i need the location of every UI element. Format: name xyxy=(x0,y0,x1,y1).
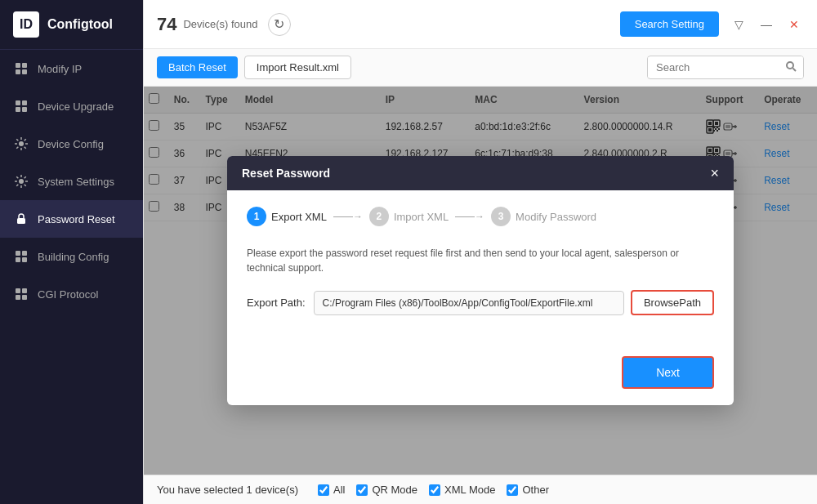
svg-rect-11 xyxy=(16,251,20,256)
toolbar: Batch Reset Import Result.xml xyxy=(144,49,817,87)
sidebar-logo: ID Configtool xyxy=(0,0,143,50)
modify-ip-icon xyxy=(13,60,29,77)
sidebar-item-device-config[interactable]: Device Config xyxy=(0,125,143,163)
steps-row: 1 Export XML ——→ 2 Import XML ——→ 3 xyxy=(247,207,714,226)
search-input[interactable] xyxy=(648,57,779,78)
main-content: 74 Device(s) found ↻ Search Setting ▽ — … xyxy=(143,0,817,504)
xml-mode-checkbox-label[interactable]: XML Mode xyxy=(429,484,495,496)
svg-rect-6 xyxy=(16,107,20,112)
other-checkbox-label[interactable]: Other xyxy=(507,484,549,496)
next-button[interactable]: Next xyxy=(622,356,714,389)
svg-rect-15 xyxy=(16,288,20,293)
step-2: 2 Import XML xyxy=(369,207,449,226)
svg-rect-0 xyxy=(16,63,20,68)
sidebar-item-password-reset[interactable]: Password Reset xyxy=(0,200,143,238)
window-controls: ▽ — ✕ xyxy=(729,15,804,34)
step-1: 1 Export XML xyxy=(247,207,327,226)
modal-title: Reset Password xyxy=(242,167,330,180)
password-reset-icon xyxy=(13,211,29,227)
device-upgrade-icon xyxy=(13,98,29,114)
step-arrow-1: ——→ xyxy=(333,211,363,222)
cgi-protocol-icon xyxy=(13,286,29,302)
sidebar-item-building-config[interactable]: Building Config xyxy=(0,238,143,275)
sidebar: ID Configtool Modify IP Device Upgrade D… xyxy=(0,0,143,504)
svg-rect-16 xyxy=(22,288,27,293)
step-2-circle: 2 xyxy=(369,207,389,226)
other-checkbox[interactable] xyxy=(507,484,518,496)
modal-body: 1 Export XML ——→ 2 Import XML ——→ 3 xyxy=(227,190,734,348)
system-settings-icon xyxy=(13,173,29,190)
xml-mode-checkbox[interactable] xyxy=(429,484,440,496)
sidebar-item-label: Device Config xyxy=(38,138,104,150)
refresh-button[interactable]: ↻ xyxy=(268,13,291,36)
batch-reset-button[interactable]: Batch Reset xyxy=(157,56,238,78)
modal-overlay: Reset Password × 1 Export XML ——→ xyxy=(144,87,817,475)
svg-rect-7 xyxy=(22,107,27,112)
close-button[interactable]: ✕ xyxy=(784,15,804,34)
search-setting-button[interactable]: Search Setting xyxy=(620,11,719,37)
modal-close-button[interactable]: × xyxy=(710,166,719,181)
svg-rect-13 xyxy=(16,257,20,262)
svg-rect-12 xyxy=(22,251,27,256)
export-path-input[interactable] xyxy=(314,291,624,315)
step-arrow-2: ——→ xyxy=(455,211,484,222)
svg-point-8 xyxy=(19,141,24,146)
svg-rect-17 xyxy=(16,295,20,300)
svg-line-20 xyxy=(793,69,797,72)
sidebar-item-label: CGI Protocol xyxy=(38,288,98,301)
sidebar-item-device-upgrade[interactable]: Device Upgrade xyxy=(0,87,143,125)
table-area-wrapper: No. Type Model IP MAC Version Support Op… xyxy=(144,87,817,475)
import-result-button[interactable]: Import Result.xml xyxy=(244,56,351,79)
logo-text: Configtool xyxy=(47,17,113,32)
sidebar-item-modify-ip[interactable]: Modify IP xyxy=(0,50,143,87)
building-config-icon xyxy=(13,248,29,265)
selected-text: You have selected 1 device(s) xyxy=(157,484,298,496)
sidebar-item-label: Device Upgrade xyxy=(38,100,114,113)
all-checkbox-label[interactable]: All xyxy=(318,484,345,496)
sidebar-item-label: System Settings xyxy=(38,176,114,188)
browse-path-button[interactable]: BrowsePath xyxy=(631,290,714,315)
svg-rect-18 xyxy=(22,295,27,300)
qr-mode-checkbox[interactable] xyxy=(356,484,368,496)
step-3: 3 Modify Password xyxy=(491,207,596,226)
device-count: 74 xyxy=(157,14,176,35)
all-checkbox[interactable] xyxy=(318,484,329,496)
search-icon-button[interactable] xyxy=(779,56,803,78)
svg-rect-3 xyxy=(22,69,27,74)
status-bar: You have selected 1 device(s) All QR Mod… xyxy=(144,475,817,504)
qr-mode-checkbox-label[interactable]: QR Mode xyxy=(356,484,417,496)
sidebar-item-system-settings[interactable]: System Settings xyxy=(0,163,143,200)
device-found-text: Device(s) found xyxy=(183,18,257,30)
step-1-circle: 1 xyxy=(247,207,266,226)
xml-mode-label: XML Mode xyxy=(444,484,495,496)
search-wrap xyxy=(647,56,804,79)
sidebar-item-label: Modify IP xyxy=(38,63,82,75)
svg-rect-4 xyxy=(16,100,20,105)
device-config-icon xyxy=(13,136,29,152)
sidebar-item-cgi-protocol[interactable]: CGI Protocol xyxy=(0,275,143,313)
reset-password-modal: Reset Password × 1 Export XML ——→ xyxy=(227,156,734,405)
modal-header: Reset Password × xyxy=(227,156,734,190)
titlebar: 74 Device(s) found ↻ Search Setting ▽ — … xyxy=(144,0,817,49)
minimize-button[interactable]: — xyxy=(757,15,776,34)
svg-point-9 xyxy=(19,179,24,184)
export-row: Export Path: BrowsePath xyxy=(247,290,714,315)
svg-rect-2 xyxy=(16,69,20,74)
svg-rect-1 xyxy=(22,63,27,68)
sidebar-item-label: Building Config xyxy=(38,251,109,263)
svg-rect-10 xyxy=(17,218,25,224)
info-text: Please export the password reset request… xyxy=(247,246,714,275)
modal-footer: Next xyxy=(227,348,734,405)
other-label: Other xyxy=(522,484,549,496)
qr-mode-label: QR Mode xyxy=(372,484,417,496)
logo-icon: ID xyxy=(13,11,39,38)
svg-rect-5 xyxy=(22,100,27,105)
step-2-label: Import XML xyxy=(394,211,449,223)
step-3-label: Modify Password xyxy=(516,211,596,223)
step-3-circle: 3 xyxy=(491,207,511,226)
filter-button[interactable]: ▽ xyxy=(729,15,748,34)
svg-rect-14 xyxy=(22,257,27,262)
export-label: Export Path: xyxy=(247,297,306,309)
sidebar-item-label: Password Reset xyxy=(38,213,115,225)
svg-point-19 xyxy=(787,62,793,69)
